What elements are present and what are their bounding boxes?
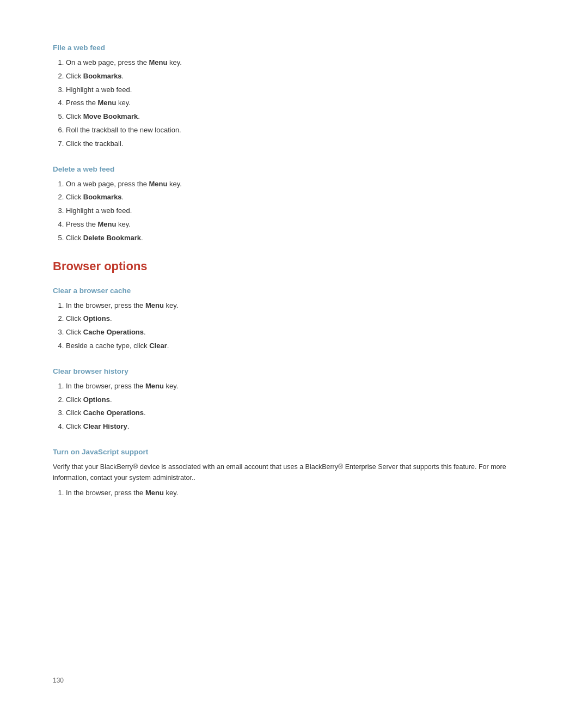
- bold-text: Menu: [145, 382, 164, 390]
- bold-text: Delete Bookmark: [83, 234, 141, 242]
- bold-text: Cache Operations: [83, 409, 144, 417]
- heading-clear-cache: Clear a browser cache: [53, 287, 535, 295]
- list-item: Click Delete Bookmark.: [66, 233, 535, 244]
- list-item: On a web page, press the Menu key.: [66, 57, 535, 69]
- bold-text: Options: [83, 395, 110, 404]
- list-item: Roll the trackball to the new location.: [66, 125, 535, 136]
- bold-text: Cache Operations: [83, 328, 144, 336]
- list-item: Beside a cache type, click Clear.: [66, 340, 535, 352]
- major-heading-browser-options: Browser options: [53, 259, 535, 273]
- bold-text: Bookmarks: [83, 193, 122, 201]
- list-item: Highlight a web feed.: [66, 205, 535, 217]
- heading-delete-web-feed: Delete a web feed: [53, 165, 535, 173]
- bold-text: Menu: [145, 301, 164, 309]
- section-file-web-feed: File a web feed On a web page, press the…: [53, 44, 535, 150]
- bold-text: Bookmarks: [83, 72, 122, 80]
- bold-text: Options: [83, 314, 110, 322]
- list-item: Click Bookmarks.: [66, 71, 535, 82]
- page-number: 130: [53, 677, 64, 684]
- steps-clear-cache: In the browser, press the Menu key. Clic…: [66, 300, 535, 352]
- list-item: Click the trackball.: [66, 138, 535, 150]
- section-javascript-support: Turn on JavaScript support Verify that y…: [53, 448, 535, 499]
- list-item: On a web page, press the Menu key.: [66, 179, 535, 190]
- bold-text: Menu: [145, 489, 164, 497]
- list-item: In the browser, press the Menu key.: [66, 381, 535, 392]
- list-item: Click Move Bookmark.: [66, 111, 535, 123]
- bold-text: Menu: [98, 220, 117, 228]
- content-delete-web-feed: On a web page, press the Menu key. Click…: [53, 179, 535, 244]
- section-clear-cache: Clear a browser cache In the browser, pr…: [53, 287, 535, 352]
- heading-javascript-support: Turn on JavaScript support: [53, 448, 535, 456]
- content-clear-history: In the browser, press the Menu key. Clic…: [53, 381, 535, 433]
- steps-javascript: In the browser, press the Menu key.: [66, 488, 535, 499]
- content-javascript-support: Verify that your BlackBerry® device is a…: [53, 461, 535, 499]
- bold-text: Menu: [98, 99, 117, 107]
- bold-text: Move Bookmark: [83, 112, 138, 120]
- heading-clear-history: Clear browser history: [53, 367, 535, 375]
- page-container: File a web feed On a web page, press the…: [0, 0, 588, 558]
- description-javascript: Verify that your BlackBerry® device is a…: [53, 461, 535, 483]
- content-file-web-feed: On a web page, press the Menu key. Click…: [53, 57, 535, 150]
- bold-text: Menu: [149, 180, 167, 188]
- heading-file-web-feed: File a web feed: [53, 44, 535, 52]
- list-item: Click Options.: [66, 313, 535, 325]
- bold-text: Menu: [149, 58, 167, 66]
- list-item: Press the Menu key.: [66, 219, 535, 230]
- steps-clear-history: In the browser, press the Menu key. Clic…: [66, 381, 535, 433]
- section-delete-web-feed: Delete a web feed On a web page, press t…: [53, 165, 535, 244]
- content-clear-cache: In the browser, press the Menu key. Clic…: [53, 300, 535, 352]
- list-item: Press the Menu key.: [66, 98, 535, 109]
- list-item: Highlight a web feed.: [66, 84, 535, 96]
- list-item: In the browser, press the Menu key.: [66, 300, 535, 312]
- steps-file-web-feed: On a web page, press the Menu key. Click…: [66, 57, 535, 150]
- section-clear-history: Clear browser history In the browser, pr…: [53, 367, 535, 433]
- major-section-browser-options: Browser options Clear a browser cache In…: [53, 259, 535, 499]
- steps-delete-web-feed: On a web page, press the Menu key. Click…: [66, 179, 535, 244]
- list-item: Click Bookmarks.: [66, 192, 535, 203]
- list-item: In the browser, press the Menu key.: [66, 488, 535, 499]
- list-item: Click Cache Operations.: [66, 327, 535, 338]
- list-item: Click Options.: [66, 394, 535, 406]
- list-item: Click Clear History.: [66, 421, 535, 433]
- bold-text: Clear: [149, 342, 167, 350]
- list-item: Click Cache Operations.: [66, 407, 535, 419]
- bold-text: Clear History: [83, 422, 127, 430]
